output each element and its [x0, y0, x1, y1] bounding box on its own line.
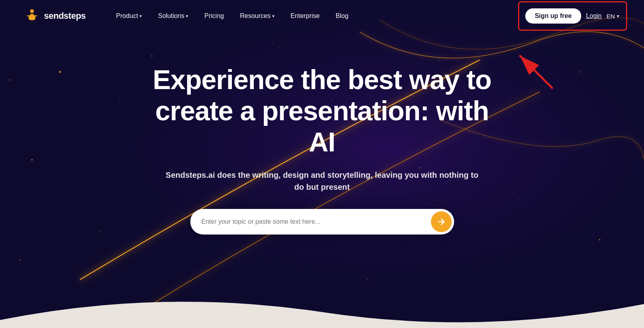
- svg-point-13: [20, 259, 21, 260]
- nav-item-solutions[interactable]: Solutions ▾: [152, 9, 195, 23]
- svg-point-16: [367, 279, 369, 280]
- bottom-wave: [0, 280, 644, 328]
- search-bar: [190, 209, 454, 235]
- logo-link[interactable]: sendsteps: [24, 8, 86, 24]
- logo-text: sendsteps: [44, 11, 86, 21]
- signup-button[interactable]: Sign up free: [525, 8, 581, 24]
- nav-item-enterprise[interactable]: Enterprise: [284, 9, 326, 23]
- nav-item-product[interactable]: Product ▾: [110, 9, 148, 23]
- lang-chevron: ▼: [616, 14, 620, 18]
- product-chevron: ▾: [140, 14, 142, 19]
- nav-right: Sign up free Login EN ▼: [525, 8, 620, 24]
- hero-title: Experience the best way to create a pres…: [142, 64, 502, 158]
- login-button[interactable]: Login: [586, 12, 602, 20]
- sendsteps-logo-icon: [24, 8, 40, 24]
- nav-links: Product ▾ Solutions ▾ Pricing Resources …: [110, 9, 525, 23]
- nav-item-blog[interactable]: Blog: [329, 9, 355, 23]
- topic-input[interactable]: [201, 218, 431, 225]
- svg-point-24: [30, 9, 34, 13]
- solutions-chevron: ▾: [186, 14, 188, 19]
- language-selector[interactable]: EN ▼: [606, 13, 620, 20]
- hero-subtitle: Sendsteps.ai does the writing, design an…: [162, 169, 482, 193]
- resources-chevron: ▾: [272, 14, 275, 19]
- search-submit-button[interactable]: [431, 211, 452, 232]
- nav-item-pricing[interactable]: Pricing: [198, 9, 230, 23]
- arrow-right-icon: [437, 217, 446, 227]
- navbar: sendsteps Product ▾ Solutions ▾ Pricing …: [0, 0, 644, 32]
- hero-content: Experience the best way to create a pres…: [0, 32, 644, 258]
- nav-item-resources[interactable]: Resources ▾: [233, 9, 281, 23]
- hero-background: sendsteps Product ▾ Solutions ▾ Pricing …: [0, 0, 644, 328]
